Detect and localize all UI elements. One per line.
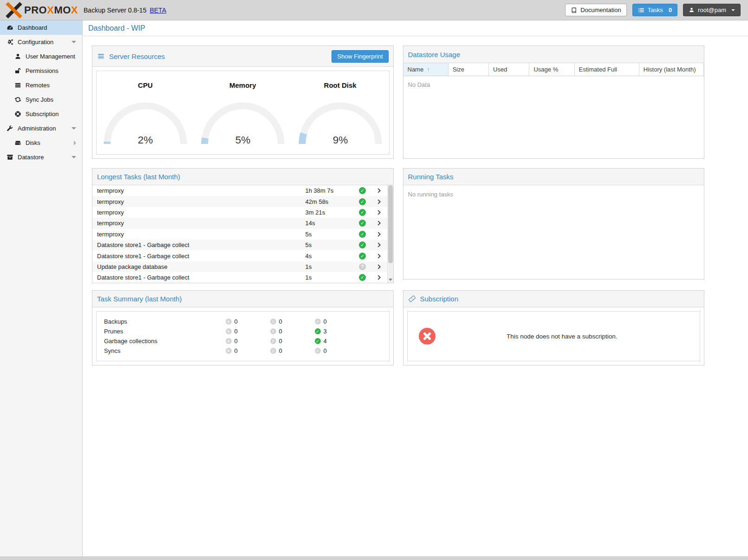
gauge-memory: Memory 5%: [194, 71, 292, 154]
svg-text:5%: 5%: [235, 134, 250, 146]
ok-icon: ✓: [315, 348, 321, 354]
user-label: root@pam: [698, 7, 726, 13]
error-icon: ×: [226, 328, 232, 334]
sidebar-item-user-management[interactable]: User Management: [0, 49, 82, 64]
ok-count: ✓4: [315, 338, 359, 345]
ok-status-icon: ✓: [359, 274, 366, 281]
task-open-button[interactable]: [371, 253, 387, 259]
task-duration: 14s: [306, 220, 354, 227]
sidebar-item-disks[interactable]: Disks: [0, 136, 82, 150]
dashboard-content: Server Resources Show Fingerprint CPU 2%…: [83, 36, 748, 365]
error-icon: ×: [226, 338, 232, 344]
task-name: Datastore store1 - Garbage collect: [97, 241, 306, 248]
sidebar-item-datastore[interactable]: Datastore: [0, 150, 82, 164]
running-tasks-header: Running Tasks: [403, 169, 704, 185]
caret-down-icon: [72, 127, 76, 130]
panel-title: Subscription: [420, 295, 459, 303]
chevron-right-icon: [376, 188, 382, 194]
task-open-button[interactable]: [371, 264, 387, 270]
task-open-button[interactable]: [371, 209, 387, 215]
empty-text: No Data: [403, 76, 704, 93]
app-window: PROXMOX Backup Server 0.8-15 BETA Docume…: [0, 0, 748, 560]
gears-icon: [5, 39, 14, 46]
scrollbar[interactable]: [387, 185, 393, 283]
column-header-name[interactable]: Name↑: [403, 63, 449, 76]
tasks-button[interactable]: Tasks 0: [632, 4, 677, 16]
task-duration: 4s: [306, 253, 354, 260]
sidebar-item-remotes[interactable]: Remotes: [0, 78, 82, 92]
task-summary-panel: Task Summary (last Month) Backups ×0 !0 …: [92, 290, 394, 365]
task-row[interactable]: termproxy 3m 21s ✓: [92, 207, 387, 218]
ok-status-icon: ✓: [359, 253, 366, 260]
sidebar-item-label: User Management: [26, 53, 75, 60]
task-duration: 5s: [306, 241, 354, 248]
warning-icon: !: [270, 348, 276, 354]
task-open-button[interactable]: [371, 231, 387, 237]
user-menu-button[interactable]: root@pam: [683, 4, 741, 16]
task-row[interactable]: Datastore store1 - Garbage collect 5s ✓: [92, 240, 387, 250]
ok-status-icon: ✓: [359, 220, 366, 227]
proxmox-x-icon: [5, 2, 23, 19]
sidebar-item-dashboard[interactable]: Dashboard: [0, 20, 82, 35]
warning-icon: !: [270, 319, 276, 325]
panel-title: Running Tasks: [408, 173, 454, 181]
task-duration: 3m 21s: [306, 209, 354, 216]
task-list-icon: [638, 7, 644, 13]
sidebar: Dashboard Configuration User Management …: [0, 20, 83, 556]
documentation-button[interactable]: Documentation: [565, 4, 626, 16]
sidebar-item-subscription[interactable]: Subscription: [0, 107, 82, 121]
ok-icon: ✓: [315, 319, 321, 325]
task-open-button[interactable]: [371, 242, 387, 248]
column-header-history-last-month[interactable]: History (last Month): [639, 63, 704, 76]
subscription-message: This node does not have a subscription.: [436, 333, 689, 340]
task-open-button[interactable]: [371, 188, 387, 194]
gauge-label: Root Disk: [324, 81, 357, 89]
main-area: Dashboard - WIP Server Resources Show Fi…: [83, 20, 748, 556]
task-row[interactable]: Datastore store1 - Garbage collect 4s ✓: [92, 250, 387, 261]
task-name: termproxy: [97, 220, 306, 227]
task-row[interactable]: termproxy 42m 58s ✓: [92, 196, 387, 207]
scrollbar-thumb[interactable]: [388, 185, 393, 263]
ok-count: ✓0: [315, 318, 359, 325]
sidebar-item-sync-jobs[interactable]: Sync Jobs: [0, 92, 82, 107]
column-header-usage[interactable]: Usage %: [529, 63, 574, 76]
task-row[interactable]: termproxy 14s ✓: [92, 218, 387, 228]
chevron-right-icon: [376, 199, 382, 205]
scrollbar-down-button[interactable]: [388, 276, 393, 283]
sidebar-item-label: Disks: [26, 139, 40, 146]
column-header-size[interactable]: Size: [449, 63, 489, 76]
sidebar-item-administration[interactable]: Administration: [0, 121, 82, 136]
datastore-usage-header: Datastore Usage: [403, 46, 704, 63]
task-open-button[interactable]: [371, 274, 387, 280]
show-fingerprint-button[interactable]: Show Fingerprint: [332, 50, 388, 63]
warning-count: !0: [270, 347, 315, 354]
task-summary-label: Garbage collections: [104, 338, 226, 345]
gauge-arc: 9%: [297, 100, 384, 147]
task-duration: 1s: [306, 274, 354, 281]
task-row[interactable]: termproxy 1h 38m 7s ✓: [92, 185, 387, 196]
ok-status-icon: ✓: [359, 187, 366, 194]
sidebar-item-configuration[interactable]: Configuration: [0, 35, 82, 49]
sidebar-item-permissions[interactable]: Permissions: [0, 64, 82, 78]
task-open-button[interactable]: [371, 220, 387, 226]
chevron-right-icon: [376, 231, 382, 237]
no-subscription-icon: [419, 328, 436, 345]
task-summary-label: Syncs: [104, 347, 226, 354]
caret-down-icon: [72, 156, 76, 158]
beta-link[interactable]: BETA: [150, 7, 166, 14]
task-row[interactable]: Update package database 1s ?: [92, 261, 387, 272]
column-header-used[interactable]: Used: [489, 63, 529, 76]
column-header-estimated-full[interactable]: Estimated Full: [575, 63, 639, 76]
sidebar-item-label: Dashboard: [18, 24, 47, 31]
warning-count: !0: [270, 328, 315, 335]
task-summary-header: Task Summary (last Month): [92, 291, 393, 307]
task-row[interactable]: Datastore store1 - Garbage collect 1s ✓: [92, 272, 387, 283]
svg-text:9%: 9%: [332, 134, 348, 146]
server-resources-icon: [97, 53, 105, 60]
sidebar-item-label: Administration: [18, 125, 56, 132]
task-duration: 1h 38m 7s: [306, 187, 354, 194]
tasks-count-badge: 0: [669, 7, 672, 13]
task-open-button[interactable]: [371, 199, 387, 205]
task-row[interactable]: termproxy 5s ✓: [92, 229, 387, 240]
ok-status-icon: ✓: [359, 241, 366, 248]
